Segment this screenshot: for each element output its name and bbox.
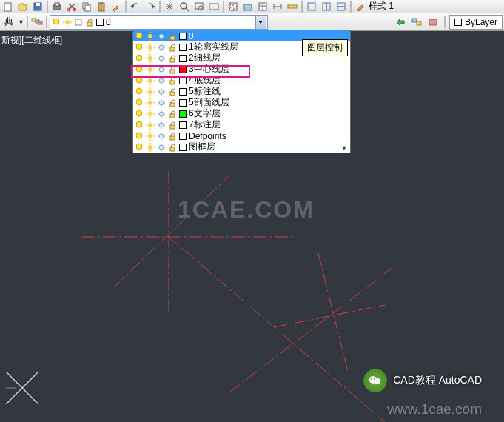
dropdown-scroll-down-icon[interactable]: ▼ bbox=[339, 144, 349, 152]
bulb-icon[interactable] bbox=[135, 121, 144, 130]
vp-freeze-icon[interactable] bbox=[157, 65, 166, 74]
unlock-icon[interactable] bbox=[168, 43, 177, 52]
combo-drop-icon[interactable] bbox=[255, 16, 266, 29]
tb-zoom-icon[interactable] bbox=[178, 1, 191, 13]
color-swatch[interactable] bbox=[179, 133, 187, 140]
sun-icon[interactable] bbox=[146, 43, 155, 52]
tb-undo-icon[interactable] bbox=[129, 1, 142, 13]
color-swatch[interactable] bbox=[179, 66, 187, 73]
bulb-icon[interactable] bbox=[135, 65, 144, 74]
svg-rect-42 bbox=[417, 21, 421, 25]
tb-view1-icon[interactable] bbox=[305, 1, 318, 13]
tb-hatch-icon[interactable] bbox=[226, 1, 240, 13]
svg-point-150 bbox=[136, 121, 142, 127]
tb-pan-icon[interactable] bbox=[163, 1, 176, 13]
unlock-icon[interactable] bbox=[168, 143, 177, 152]
sun-icon[interactable] bbox=[146, 143, 155, 152]
color-swatch[interactable] bbox=[179, 88, 187, 96]
bulb-icon[interactable] bbox=[135, 32, 144, 41]
chevron-down-icon[interactable]: ▼ bbox=[18, 19, 24, 26]
vp-freeze-icon[interactable] bbox=[157, 76, 166, 85]
vp-freeze-icon[interactable] bbox=[157, 87, 166, 96]
layer-row-3[interactable]: 3中心线层 bbox=[133, 64, 350, 75]
unlock-icon[interactable] bbox=[168, 76, 177, 85]
tb-copy-icon[interactable] bbox=[80, 1, 93, 13]
layer-row-6[interactable]: 5剖面线层 bbox=[133, 97, 350, 108]
tb-paste-icon[interactable] bbox=[95, 1, 108, 13]
vp-freeze-icon[interactable] bbox=[157, 98, 166, 107]
tb-view3-icon[interactable] bbox=[335, 1, 348, 13]
svg-rect-40 bbox=[87, 22, 92, 26]
sun-icon[interactable] bbox=[146, 87, 155, 96]
tb-print-icon[interactable] bbox=[50, 1, 64, 13]
vp-freeze-icon[interactable] bbox=[157, 43, 166, 52]
color-swatch[interactable] bbox=[179, 33, 187, 40]
color-swatch[interactable] bbox=[179, 77, 187, 84]
bulb-icon[interactable] bbox=[135, 143, 144, 152]
layer-props-icon[interactable] bbox=[30, 16, 44, 28]
sun-icon[interactable] bbox=[146, 98, 155, 107]
layer-make-current-icon[interactable] bbox=[394, 16, 408, 28]
sun-icon[interactable] bbox=[146, 32, 155, 41]
bulb-icon[interactable] bbox=[135, 110, 144, 118]
sun-icon[interactable] bbox=[146, 76, 155, 85]
color-swatch[interactable] bbox=[179, 44, 187, 51]
bulb-icon[interactable] bbox=[135, 43, 144, 52]
vp-freeze-icon[interactable] bbox=[157, 110, 166, 118]
bulb-icon[interactable] bbox=[135, 54, 144, 63]
layer-prev-icon[interactable] bbox=[427, 16, 440, 28]
layer-combo[interactable]: 0 bbox=[50, 15, 268, 30]
unlock-icon[interactable] bbox=[168, 132, 177, 141]
workspace-label[interactable]: 典 bbox=[1, 16, 16, 28]
tb-open-icon[interactable] bbox=[16, 1, 30, 13]
vp-freeze-icon[interactable] bbox=[157, 132, 166, 141]
tb-view2-icon[interactable] bbox=[320, 1, 333, 13]
tb-dim-icon[interactable] bbox=[271, 1, 284, 13]
color-swatch[interactable] bbox=[179, 55, 187, 62]
tb-table-icon[interactable] bbox=[256, 1, 269, 13]
vp-freeze-icon[interactable] bbox=[157, 121, 166, 130]
vp-freeze-icon[interactable] bbox=[157, 143, 166, 152]
layer-row-8[interactable]: 7标注层 bbox=[133, 119, 350, 130]
vp-freeze-icon[interactable] bbox=[157, 54, 166, 63]
svg-point-91 bbox=[148, 67, 152, 72]
bulb-icon[interactable] bbox=[135, 132, 144, 141]
color-swatch[interactable] bbox=[179, 99, 187, 107]
layer-match-icon[interactable] bbox=[411, 16, 424, 28]
tb-block-icon[interactable] bbox=[241, 1, 255, 13]
tb-new-icon[interactable] bbox=[1, 1, 15, 13]
unlock-icon[interactable] bbox=[168, 65, 177, 74]
layer-row-5[interactable]: 5标注线 bbox=[133, 86, 350, 97]
bylayer-combo[interactable]: ByLayer bbox=[449, 15, 503, 30]
unlock-icon[interactable] bbox=[168, 110, 177, 118]
vp-freeze-icon[interactable] bbox=[157, 32, 166, 41]
unlock-icon[interactable] bbox=[168, 98, 177, 107]
tb-brush-icon[interactable] bbox=[354, 1, 367, 13]
sun-icon[interactable] bbox=[146, 54, 155, 63]
bulb-icon[interactable] bbox=[135, 76, 144, 85]
layer-row-4[interactable]: 4底线层 bbox=[133, 75, 350, 86]
sun-icon[interactable] bbox=[146, 132, 155, 141]
layer-row-7[interactable]: 6文字层 bbox=[133, 108, 350, 119]
color-swatch[interactable] bbox=[179, 110, 187, 118]
color-swatch[interactable] bbox=[179, 121, 187, 129]
bulb-icon[interactable] bbox=[135, 87, 144, 96]
sun-icon[interactable] bbox=[146, 65, 155, 74]
sun-icon[interactable] bbox=[146, 121, 155, 130]
unlock-icon[interactable] bbox=[168, 121, 177, 130]
unlock-icon[interactable] bbox=[168, 54, 177, 63]
tb-measure-icon[interactable] bbox=[286, 1, 299, 13]
layer-row-10[interactable]: 图框层 bbox=[133, 141, 350, 153]
layer-row-9[interactable]: Defpoints bbox=[133, 130, 350, 141]
tb-cut-icon[interactable] bbox=[65, 1, 78, 13]
tb-zoomwin-icon[interactable] bbox=[192, 1, 206, 13]
tb-save-icon[interactable] bbox=[31, 1, 44, 13]
sun-icon[interactable] bbox=[146, 110, 155, 118]
color-swatch[interactable] bbox=[179, 144, 187, 151]
tb-zoomext-icon[interactable] bbox=[207, 1, 221, 13]
tb-match-icon[interactable] bbox=[110, 1, 123, 13]
unlock-icon[interactable] bbox=[168, 32, 177, 41]
unlock-icon[interactable] bbox=[168, 87, 177, 96]
tb-redo-icon[interactable] bbox=[144, 1, 157, 13]
bulb-icon[interactable] bbox=[135, 98, 144, 107]
